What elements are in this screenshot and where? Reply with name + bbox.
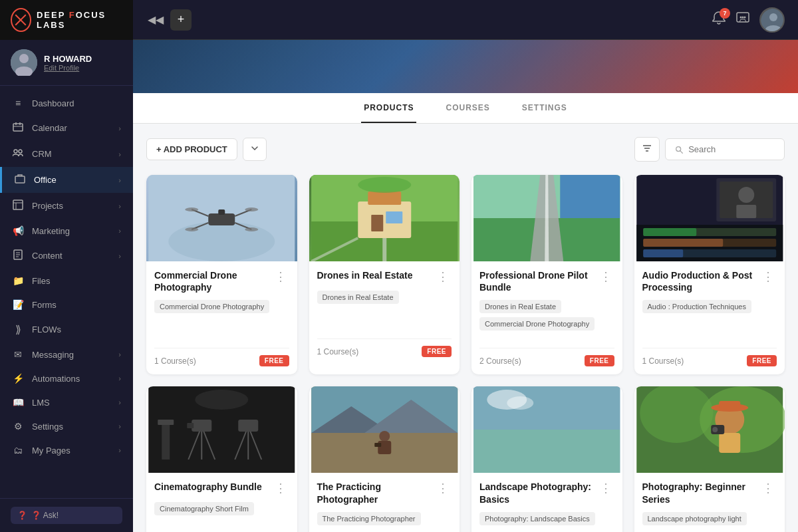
product-menu-button[interactable]: ⋮ — [597, 481, 614, 495]
sidebar-item-flows[interactable]: ⟫ FLOWs — [0, 317, 133, 342]
product-menu-button[interactable]: ⋮ — [759, 481, 777, 495]
tab-courses[interactable]: COURSES — [443, 94, 492, 123]
nav-items: ≡ Dashboard Calendar › CRM › Office › — [0, 86, 133, 498]
product-image — [634, 175, 785, 261]
collapse-sidebar-button[interactable]: ◀◀ — [146, 11, 165, 29]
profile-avatar[interactable] — [759, 7, 785, 33]
filter-button[interactable] — [634, 137, 660, 162]
product-title: Cinematography Bundle — [154, 481, 272, 493]
sidebar-item-calendar[interactable]: Calendar › — [0, 115, 133, 141]
sidebar-item-messaging[interactable]: ✉ Messaging › — [0, 342, 133, 366]
product-image — [309, 386, 460, 473]
settings-icon: ⚙ — [12, 421, 24, 432]
svg-point-39 — [245, 207, 258, 211]
tab-settings[interactable]: SETTINGS — [519, 94, 570, 123]
mypages-icon: 🗂 — [12, 445, 24, 456]
product-card-landscape-photography: Landscape Photography: Basics ⋮ Photogra… — [471, 386, 622, 532]
avatar — [11, 49, 37, 76]
product-menu-button[interactable]: ⋮ — [434, 269, 452, 284]
sidebar-item-label: Content — [32, 251, 110, 261]
svg-rect-101 — [719, 401, 740, 409]
content-toolbar: + ADD PRODUCT — [146, 137, 785, 162]
ask-icon: ❓ — [17, 511, 27, 520]
product-menu-button[interactable]: ⋮ — [434, 481, 452, 495]
search-input[interactable] — [688, 144, 775, 154]
sidebar-item-office[interactable]: Office › — [0, 167, 133, 193]
svg-rect-32 — [208, 213, 235, 225]
sidebar-item-settings[interactable]: ⚙ Settings › — [0, 414, 133, 438]
product-card-practicing-photographer: The Practicing Photographer ⋮ The Practi… — [309, 386, 460, 532]
product-tag: Commercial Drone Photography — [154, 300, 269, 313]
product-card-body: Audio Production & Post Processing ⋮ Aud… — [634, 261, 785, 374]
course-count: 1 Course(s) — [642, 356, 684, 366]
course-count: 1 Course(s) — [317, 347, 359, 356]
ask-section: ❓ ❓ Ask! — [0, 498, 133, 532]
product-tag: The Practicing Photographer — [317, 512, 421, 525]
forms-icon: 📝 — [12, 299, 24, 310]
sidebar-item-content[interactable]: Content › — [0, 243, 133, 269]
svg-point-41 — [245, 227, 258, 231]
add-button[interactable]: + — [170, 9, 192, 31]
product-title: Drones in Real Estate — [317, 269, 435, 281]
sidebar-item-projects[interactable]: Projects › — [0, 193, 133, 219]
sidebar-item-label: CRM — [32, 149, 110, 159]
tab-products-label: PRODUCTS — [364, 103, 414, 112]
sidebar-item-lms[interactable]: 📖 LMS › — [0, 390, 133, 414]
dropdown-button[interactable] — [243, 138, 267, 161]
files-icon: 📁 — [12, 275, 24, 286]
product-card-header: Drones in Real Estate ⋮ — [317, 269, 452, 284]
sidebar-item-automations[interactable]: ⚡ Automations › — [0, 366, 133, 390]
messages-button[interactable] — [735, 11, 750, 29]
product-menu-button[interactable]: ⋮ — [759, 269, 777, 284]
product-menu-button[interactable]: ⋮ — [272, 269, 289, 284]
product-title: Professional Drone Pilot Bundle — [479, 269, 597, 293]
sidebar-item-files[interactable]: 📁 Files — [0, 269, 133, 293]
add-product-button[interactable]: + ADD PRODUCT — [146, 138, 237, 160]
svg-point-66 — [738, 187, 754, 203]
product-menu-button[interactable]: ⋮ — [597, 269, 614, 284]
product-image — [309, 175, 460, 261]
product-image — [634, 386, 785, 473]
sidebar-item-label: My Pages — [32, 446, 110, 456]
product-menu-button[interactable]: ⋮ — [272, 481, 289, 495]
product-card-drones-real-estate: Drones in Real Estate ⋮ Drones in Real E… — [309, 175, 460, 374]
product-card-header: Cinematography Bundle ⋮ — [154, 481, 289, 495]
chevron-right-icon: › — [118, 227, 121, 235]
product-card-professional-drone: Professional Drone Pilot Bundle ⋮ Drones… — [471, 175, 622, 374]
svg-rect-61 — [643, 239, 723, 247]
product-tags: Landscape photography light — [642, 512, 777, 532]
svg-point-1 — [19, 54, 29, 63]
svg-rect-24 — [761, 9, 785, 33]
sidebar-item-dashboard[interactable]: ≡ Dashboard — [0, 91, 133, 115]
notification-button[interactable]: 7 — [712, 11, 726, 29]
course-count: 1 Course(s) — [154, 356, 196, 366]
sidebar-item-mypages[interactable]: 🗂 My Pages › — [0, 438, 133, 462]
product-title: Audio Production & Post Processing — [642, 269, 760, 293]
sidebar-item-forms[interactable]: 📝 Forms — [0, 293, 133, 317]
product-card-audio-production: Audio Production & Post Processing ⋮ Aud… — [634, 175, 785, 374]
logo-icon — [11, 8, 31, 32]
product-title: The Practicing Photographer — [317, 481, 435, 505]
ask-button[interactable]: ❓ ❓ Ask! — [11, 507, 122, 524]
chevron-right-icon: › — [118, 446, 121, 454]
edit-profile-link[interactable]: Edit Profile — [44, 64, 92, 72]
content-icon — [12, 249, 24, 262]
sidebar-item-label: Files — [32, 276, 121, 286]
sidebar-item-marketing[interactable]: 📢 Marketing › — [0, 219, 133, 243]
free-badge: FREE — [585, 355, 614, 366]
svg-rect-7 — [14, 150, 17, 153]
course-count: 2 Course(s) — [479, 356, 521, 366]
chevron-right-icon: › — [118, 252, 121, 260]
tab-products[interactable]: PRODUCTS — [361, 94, 416, 123]
chevron-right-icon: › — [118, 398, 121, 406]
chevron-right-icon: › — [118, 176, 121, 184]
svg-marker-54 — [545, 175, 549, 261]
svg-rect-33 — [218, 209, 225, 215]
sidebar-item-label: Office — [34, 175, 110, 185]
toolbar-left: + ADD PRODUCT — [146, 138, 267, 161]
product-title: Photography: Beginner Series — [642, 481, 760, 505]
tab-navigation: PRODUCTS COURSES SETTINGS — [133, 93, 798, 124]
product-tag: Photography: Landscape Basics — [479, 512, 595, 525]
sidebar-item-crm[interactable]: CRM › — [0, 141, 133, 167]
sidebar-item-label: Settings — [32, 422, 110, 432]
